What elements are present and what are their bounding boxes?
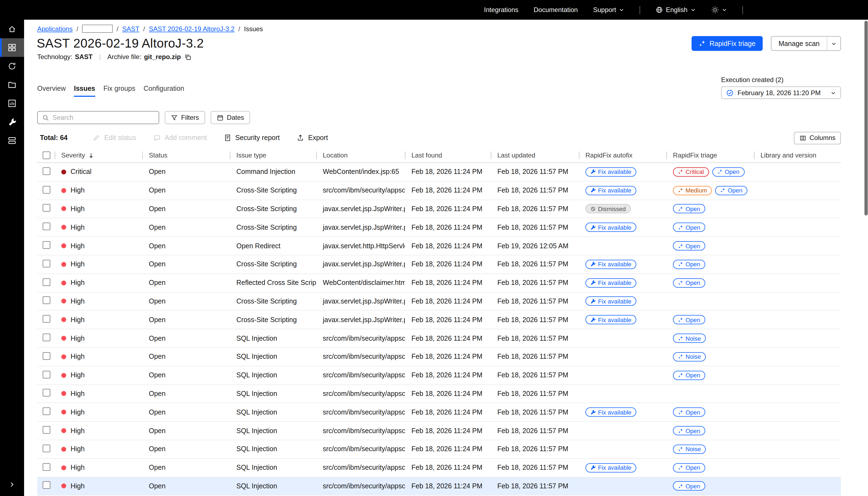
table-row[interactable]: HighOpenCross-Site Scriptingjavax.servle…: [37, 218, 841, 237]
check-circle-icon: [726, 89, 734, 96]
export-button[interactable]: Export: [297, 134, 328, 142]
language-menu[interactable]: English: [655, 6, 696, 14]
table-row[interactable]: HighOpenSQL Injectionsrc/com/ibm/securit…: [37, 348, 841, 367]
column-header-severity[interactable]: Severity: [55, 148, 142, 162]
copy-icon[interactable]: [184, 53, 191, 60]
row-checkbox[interactable]: [43, 260, 50, 267]
breadcrumb-applications[interactable]: Applications: [37, 25, 73, 33]
search-input[interactable]: [52, 114, 154, 121]
column-header-status[interactable]: Status: [142, 148, 230, 162]
table-row[interactable]: HighOpenSQL Injectionsrc/com/ibm/securit…: [37, 367, 841, 385]
security-report-button[interactable]: Security report: [224, 134, 280, 142]
execution-select[interactable]: February 18, 2026 11:20 PM: [721, 87, 841, 99]
breadcrumb-scan[interactable]: SAST 2026-02-19 AltoroJ-3.2: [149, 25, 234, 33]
dates-button[interactable]: Dates: [210, 111, 250, 124]
rapidfix-triage-button[interactable]: RapidFix triage: [691, 36, 763, 51]
sidebar-item-applications[interactable]: [0, 38, 24, 57]
table-row[interactable]: HighOpenCross-Site Scriptingjavax.servle…: [37, 292, 841, 311]
row-checkbox[interactable]: [43, 241, 50, 249]
status-cell: Open: [142, 186, 230, 194]
table-row[interactable]: HighOpenOpen Redirectjavax.servlet.http.…: [37, 237, 841, 255]
columns-label: Columns: [809, 134, 835, 142]
table-row[interactable]: HighOpenCross-Site Scriptingjavax.servle…: [37, 255, 841, 274]
columns-button[interactable]: Columns: [794, 131, 841, 144]
row-checkbox[interactable]: [43, 371, 50, 378]
breadcrumb-item-redacted[interactable]: [82, 25, 113, 33]
table-row[interactable]: HighOpenCross-Site Scriptingjavax.servle…: [37, 200, 841, 218]
sidebar-item-tools[interactable]: [0, 113, 24, 131]
documentation-link[interactable]: Documentation: [534, 6, 578, 14]
tab-issues[interactable]: Issues: [74, 82, 95, 97]
row-checkbox[interactable]: [43, 186, 50, 193]
column-header-issue-type[interactable]: Issue type: [230, 148, 316, 162]
manage-scan-button[interactable]: Manage scan: [771, 36, 841, 51]
tab-fix-groups[interactable]: Fix groups: [103, 82, 135, 97]
table-row[interactable]: HighOpenSQL Injectionsrc/com/ibm/securit…: [37, 403, 841, 422]
checkbox-cell: [37, 463, 55, 472]
column-header-location[interactable]: Location: [316, 148, 405, 162]
breadcrumb-sast[interactable]: SAST: [122, 25, 139, 33]
row-checkbox[interactable]: [43, 352, 50, 360]
rapidfix-sparkle-icon: [678, 354, 683, 359]
manage-scan-dropdown[interactable]: [827, 37, 840, 50]
table-row[interactable]: HighOpenCross-Site Scriptingjavax.servle…: [37, 311, 841, 329]
location-cell: src/com/ibm/security/appscan/a: [316, 464, 405, 471]
row-checkbox[interactable]: [43, 278, 50, 286]
table-row[interactable]: HighOpenSQL Injectionsrc/com/ibm/securit…: [37, 422, 841, 440]
sidebar-item-home[interactable]: [0, 20, 24, 38]
table-row[interactable]: HighOpenSQL Injectionsrc/com/ibm/securit…: [37, 459, 841, 477]
table-row[interactable]: HighOpenSQL Injectionsrc/com/ibm/securit…: [37, 440, 841, 459]
edit-status-button[interactable]: Edit status: [93, 134, 136, 142]
sidebar-item-inventory[interactable]: [0, 131, 24, 150]
tab-overview[interactable]: Overview: [37, 82, 66, 97]
severity-cell: High: [55, 186, 142, 194]
breadcrumb-issues: Issues: [244, 25, 263, 33]
column-header-rapidfix-triage[interactable]: RapidFix triage: [666, 148, 754, 162]
row-checkbox[interactable]: [43, 389, 50, 397]
sidebar-item-imports[interactable]: [0, 76, 24, 94]
header-actions: RapidFix triage Manage scan: [691, 36, 841, 51]
table-row[interactable]: HighOpenSQL Injectionsrc/com/ibm/securit…: [37, 329, 841, 348]
row-checkbox[interactable]: [43, 297, 50, 304]
severity-cell: High: [55, 427, 142, 434]
page-title: SAST 2026-02-19 AltoroJ-3.2: [37, 36, 204, 51]
table-row[interactable]: HighOpenSQL Injectionsrc/com/ibm/securit…: [37, 477, 841, 496]
table-row[interactable]: HighOpenReflected Cross Site ScriptingWe…: [37, 274, 841, 293]
row-checkbox[interactable]: [43, 463, 50, 470]
column-header-last-updated[interactable]: Last updated: [491, 148, 579, 162]
column-header-last-found[interactable]: Last found: [405, 148, 491, 162]
location-cell: javax.servlet.jsp.JspWriter.print(St: [316, 261, 405, 268]
row-checkbox[interactable]: [43, 426, 50, 434]
row-checkbox[interactable]: [43, 204, 50, 212]
row-checkbox[interactable]: [43, 445, 50, 452]
globe-icon: [655, 6, 663, 14]
row-checkbox[interactable]: [43, 334, 50, 341]
row-checkbox[interactable]: [43, 223, 50, 231]
row-checkbox[interactable]: [43, 408, 50, 415]
issue-type-cell: SQL Injection: [230, 427, 316, 434]
last-found-cell: Feb 18, 2026 11:24 PM: [405, 297, 491, 305]
tab-configuration[interactable]: Configuration: [143, 82, 184, 97]
sidebar-item-scans[interactable]: [0, 57, 24, 76]
row-checkbox[interactable]: [43, 167, 50, 175]
table-row[interactable]: HighOpenCross-Site Scriptingsrc/com/ibm/…: [37, 182, 841, 200]
table-row[interactable]: HighOpenSQL Injectionsrc/com/ibm/securit…: [37, 385, 841, 403]
add-comment-button[interactable]: Add comment: [153, 134, 207, 142]
column-header-rapidfix-autofix[interactable]: RapidFix autofix: [579, 148, 666, 162]
row-checkbox[interactable]: [43, 315, 50, 323]
checkbox-cell: [37, 315, 55, 325]
theme-menu[interactable]: [711, 6, 727, 14]
sidebar-expand-button[interactable]: [0, 481, 24, 489]
vertical-scrollbar-thumb[interactable]: [864, 21, 867, 215]
column-header-library[interactable]: Library and version: [754, 148, 841, 162]
last-updated-cell: Feb 18, 2026 11:57 PM: [491, 279, 579, 286]
row-checkbox[interactable]: [43, 481, 50, 489]
rapidfix-sparkle-icon: [678, 483, 683, 489]
support-menu[interactable]: Support: [593, 6, 624, 14]
issue-type-cell: SQL Injection: [230, 390, 316, 398]
select-all-checkbox[interactable]: [43, 152, 50, 159]
filters-button[interactable]: Filters: [165, 111, 205, 124]
integrations-link[interactable]: Integrations: [484, 6, 518, 14]
table-row[interactable]: CriticalOpenCommand InjectionWebContent/…: [37, 163, 841, 182]
sidebar-item-reports[interactable]: [0, 94, 24, 113]
